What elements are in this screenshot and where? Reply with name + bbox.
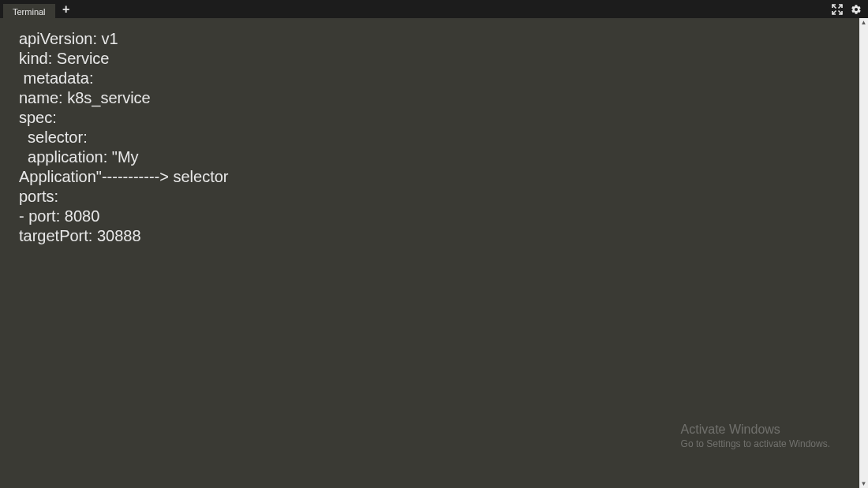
new-tab-button[interactable]: +: [55, 0, 77, 18]
tab-label: Terminal: [13, 7, 46, 17]
window-titlebar: Terminal +: [0, 0, 868, 18]
terminal-line: ports:: [19, 187, 859, 207]
chevron-up-icon: ▲: [861, 20, 867, 26]
terminal-line: selector:: [19, 128, 859, 147]
terminal-line: targetPort: 30888: [19, 226, 859, 246]
gear-icon: [851, 4, 862, 15]
settings-button[interactable]: [849, 2, 863, 17]
terminal-line: Application"-----------> selector: [19, 167, 859, 187]
content-area: apiVersion: v1kind: Service metadata:nam…: [0, 18, 868, 488]
terminal-line: application: "My: [19, 147, 859, 167]
terminal-line: spec:: [19, 108, 859, 128]
titlebar-right-controls: [830, 0, 863, 18]
terminal-line: name: k8s_service: [19, 88, 859, 108]
scroll-up-button[interactable]: ▲: [859, 18, 868, 27]
vertical-scrollbar[interactable]: ▲ ▼: [859, 18, 868, 488]
tab-strip: Terminal +: [0, 0, 615, 18]
fullscreen-icon: [832, 4, 843, 15]
fullscreen-button[interactable]: [830, 2, 844, 17]
terminal-line: apiVersion: v1: [19, 29, 859, 49]
terminal-line: - port: 8080: [19, 207, 859, 226]
plus-icon: +: [62, 2, 69, 17]
terminal-output[interactable]: apiVersion: v1kind: Service metadata:nam…: [0, 18, 859, 488]
chevron-down-icon: ▼: [861, 481, 867, 487]
terminal-line: kind: Service: [19, 49, 859, 69]
terminal-line: metadata:: [19, 69, 859, 88]
scroll-down-button[interactable]: ▼: [859, 479, 868, 488]
tab-terminal[interactable]: Terminal: [3, 4, 55, 18]
